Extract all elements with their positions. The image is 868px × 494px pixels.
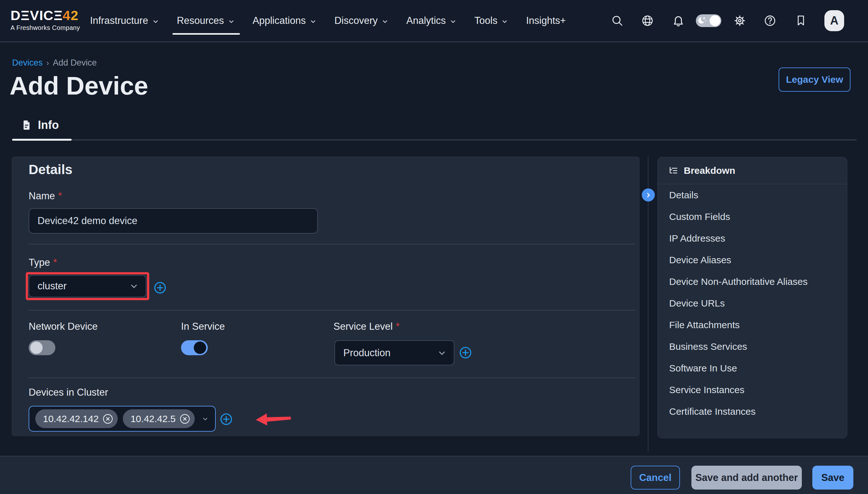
tree-list-icon: [669, 166, 678, 175]
device42-logo[interactable]: DΞVICΞ42 A Freshworks Company: [11, 8, 80, 32]
menu-insights[interactable]: Insights+: [526, 15, 566, 26]
top-navigation-bar: DΞVICΞ42 A Freshworks Company Infrastruc…: [0, 0, 868, 42]
breakdown-item-custom-fields[interactable]: Custom Fields: [658, 206, 847, 228]
chevron-down-icon: [310, 18, 317, 25]
save-button[interactable]: Save: [812, 466, 853, 490]
details-panel: Details Name* Device42 demo device Type*…: [12, 157, 639, 436]
notifications-bell-icon[interactable]: [672, 14, 685, 27]
moon-icon: [698, 16, 707, 25]
service-level-label: Service Level*: [333, 321, 400, 332]
breadcrumb-devices-link[interactable]: Devices: [12, 58, 43, 68]
chevron-down-icon: [202, 414, 209, 424]
chip-value: 10.42.42.5: [131, 414, 176, 424]
in-service-label: In Service: [181, 321, 225, 332]
section-title: Details: [28, 162, 73, 177]
globe-icon[interactable]: [641, 14, 654, 27]
service-level-select[interactable]: Production: [334, 340, 454, 365]
divider: [28, 244, 635, 244]
tab-info[interactable]: Info: [22, 118, 59, 132]
breakdown-item-ip-addresses[interactable]: IP Addresses: [658, 228, 847, 249]
breadcrumb: Devices › Add Device: [12, 58, 97, 68]
breakdown-item-service-instances[interactable]: Service Instances: [658, 379, 847, 401]
add-type-button[interactable]: [153, 281, 167, 295]
breakdown-item-details[interactable]: Details: [658, 184, 847, 206]
name-input[interactable]: Device42 demo device: [28, 208, 318, 234]
user-avatar[interactable]: A: [824, 10, 844, 31]
divider: [28, 378, 635, 378]
chevron-down-icon: [437, 348, 447, 358]
required-marker: *: [396, 321, 400, 332]
page-title: Add Device: [9, 73, 148, 99]
service-level-value: Production: [343, 347, 390, 359]
footer-action-bar: Cancel Save and add another Save: [0, 456, 868, 494]
menu-applications[interactable]: Applications: [253, 15, 317, 26]
breakdown-item-business-services[interactable]: Business Services: [658, 336, 847, 358]
type-label: Type*: [28, 257, 57, 268]
logo-wordmark: DΞVICΞ42: [11, 8, 80, 23]
chip-value: 10.42.42.142: [43, 414, 99, 424]
remove-chip-icon[interactable]: [102, 414, 113, 424]
theme-toggle[interactable]: [696, 14, 721, 27]
toggle-knob: [30, 342, 43, 354]
type-select[interactable]: cluster: [28, 275, 146, 297]
cluster-device-chip: 10.42.42.5: [123, 409, 195, 428]
menu-discovery[interactable]: Discovery: [334, 15, 389, 26]
settings-gear-icon[interactable]: [733, 14, 746, 27]
save-and-add-another-button[interactable]: Save and add another: [691, 466, 802, 490]
bookmark-icon[interactable]: [794, 14, 807, 27]
breakdown-item-file-attachments[interactable]: File Attachments: [658, 314, 847, 336]
breadcrumb-current: Add Device: [53, 58, 97, 68]
name-input-value: Device42 demo device: [38, 215, 137, 227]
logo-42-text: 42: [63, 8, 79, 23]
search-icon[interactable]: [611, 14, 624, 27]
tab-info-label: Info: [38, 118, 59, 132]
required-marker: *: [58, 190, 62, 202]
required-marker: *: [53, 257, 57, 268]
chevron-down-icon: [381, 18, 389, 25]
chevron-down-icon: [228, 18, 235, 25]
chevron-down-icon: [501, 18, 508, 25]
logo-device-text: DΞVICΞ: [11, 8, 63, 23]
breakdown-sidebar: Breakdown Details Custom Fields IP Addre…: [657, 157, 847, 438]
tabs-divider-line: [12, 139, 856, 140]
add-cluster-device-button[interactable]: [219, 412, 233, 426]
breakdown-item-device-non-authoritative-aliases[interactable]: Device Non-Authoritative Aliases: [658, 271, 847, 292]
chevron-down-icon: [450, 18, 457, 25]
network-device-label: Network Device: [28, 321, 98, 332]
menu-infrastructure[interactable]: Infrastructure: [90, 15, 159, 26]
devices-in-cluster-select[interactable]: 10.42.42.142 10.42.42.5: [28, 406, 216, 432]
help-icon[interactable]: [764, 14, 776, 27]
cancel-button[interactable]: Cancel: [631, 466, 680, 490]
tab-active-underline: [12, 139, 72, 141]
in-service-toggle[interactable]: [181, 340, 208, 355]
document-icon: [22, 119, 31, 131]
chevron-down-icon: [129, 281, 139, 291]
add-service-level-button[interactable]: [458, 346, 473, 360]
breakdown-item-device-urls[interactable]: Device URLs: [658, 292, 847, 314]
name-label: Name*: [28, 190, 62, 202]
devices-in-cluster-label: Devices in Cluster: [28, 387, 108, 398]
breakdown-item-certificate-instances[interactable]: Certificate Instances: [658, 401, 847, 422]
breakdown-item-device-aliases[interactable]: Device Aliases: [658, 249, 847, 271]
theme-toggle-knob: [710, 15, 721, 26]
menu-analytics[interactable]: Analytics: [406, 15, 457, 26]
chevron-down-icon: [152, 18, 159, 25]
breakdown-item-software-in-use[interactable]: Software In Use: [658, 358, 847, 379]
breakdown-title: Breakdown: [684, 165, 735, 176]
red-arrow-annotation: [256, 412, 292, 426]
remove-chip-icon[interactable]: [179, 414, 190, 424]
cluster-device-chip: 10.42.42.142: [35, 409, 118, 428]
chevron-right-icon: [645, 192, 652, 198]
collapse-sidebar-button[interactable]: [642, 188, 655, 202]
menu-tools[interactable]: Tools: [474, 15, 508, 26]
main-menu: Infrastructure Resources Applications Di…: [90, 0, 566, 41]
menu-resources[interactable]: Resources: [177, 15, 235, 26]
breakdown-header: Breakdown: [658, 157, 847, 184]
toggle-knob: [194, 342, 206, 354]
logo-tagline: A Freshworks Company: [11, 24, 80, 32]
network-device-toggle[interactable]: [28, 340, 55, 355]
divider: [28, 310, 635, 311]
type-select-value: cluster: [38, 281, 66, 292]
legacy-view-button[interactable]: Legacy View: [778, 68, 850, 92]
breadcrumb-separator: ›: [46, 59, 49, 68]
